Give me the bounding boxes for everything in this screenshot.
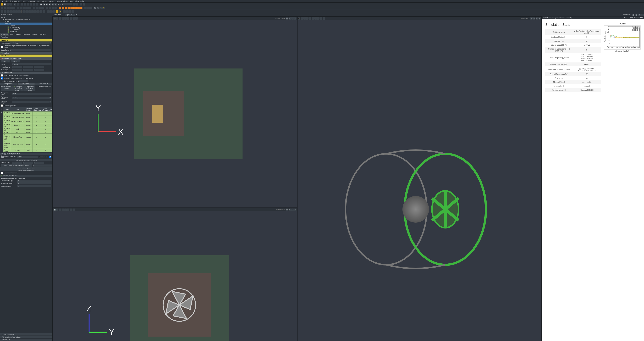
prop-tab[interactable]: MultiBlock Inspector <box>32 33 48 36</box>
toolbar-icon[interactable] <box>50 10 52 13</box>
vp-icon[interactable] <box>320 17 322 20</box>
vp-icon[interactable] <box>64 208 67 211</box>
menu-sources[interactable]: Sources <box>14 0 20 2</box>
toolbar-icon[interactable] <box>53 10 56 13</box>
connect-icon[interactable] <box>6 3 9 6</box>
toolbar-icon[interactable] <box>68 7 70 9</box>
toolbar-icon[interactable] <box>42 7 44 9</box>
vp-icon[interactable] <box>56 208 58 211</box>
menu-extractors[interactable]: Extractors <box>28 0 35 2</box>
toolbar-icon[interactable] <box>28 10 31 13</box>
blade-cap-input[interactable] <box>17 185 51 187</box>
toolbar-icon[interactable] <box>1 7 3 9</box>
toolbar-icon[interactable] <box>43 10 45 13</box>
axis-dir-y[interactable] <box>23 66 33 68</box>
toolbar-icon[interactable] <box>22 7 25 9</box>
toolbar-icon[interactable] <box>33 3 35 6</box>
toolbar-icon[interactable] <box>72 10 74 13</box>
toolbar-icon[interactable] <box>24 3 26 6</box>
cyl-bg-button[interactable]: Cylindrical background mesh <box>0 167 52 169</box>
toolbar-icon[interactable] <box>79 7 82 9</box>
use-gap-check[interactable] <box>1 172 3 174</box>
vp-icon[interactable]: 📷 <box>298 17 300 20</box>
toolbar-icon[interactable] <box>64 7 67 9</box>
toolbar-icon[interactable] <box>62 7 64 9</box>
vp-icon[interactable] <box>59 208 61 211</box>
toolbar-icon[interactable] <box>4 7 6 9</box>
tree-item[interactable]: CFD Mesh <box>0 31 52 33</box>
table-row[interactable]: ✎ blade-capbladeCaprotating3410 <box>4 123 52 127</box>
toolbar-icon[interactable] <box>12 7 15 9</box>
add-refine-section[interactable]: Add refinement regions <box>0 175 52 177</box>
vp-split-v-icon[interactable]: ▤ <box>635 14 638 16</box>
menu-filters[interactable]: Filters <box>22 0 26 2</box>
show-internal-radius[interactable] <box>33 164 52 167</box>
vp-icon[interactable] <box>317 17 320 20</box>
toolbar-icon[interactable] <box>69 10 72 13</box>
toolbar-icon[interactable] <box>18 10 20 13</box>
toolbar-icon[interactable] <box>76 7 79 9</box>
vp-close-icon[interactable]: × <box>538 17 541 20</box>
vp-icon[interactable] <box>309 17 311 20</box>
toolbar-icon[interactable] <box>12 10 15 13</box>
axis-origin-z[interactable] <box>34 69 44 71</box>
vp-icon[interactable] <box>64 17 67 20</box>
toolbar-icon[interactable] <box>83 3 85 6</box>
reimport-surface-button[interactable]: ↻ Reimport the surface geometry <box>12 86 24 91</box>
table-row[interactable]: ✎ blade-hubbladerotating1410 <box>4 127 52 131</box>
add-layout-icon[interactable]: + <box>76 14 77 16</box>
close-icon[interactable]: × <box>8 60 9 62</box>
vp-icon[interactable] <box>72 17 75 20</box>
table-row[interactable]: ✎ blade-TEbladeTrailingEdgerotating2410 <box>4 119 52 123</box>
axis-origin-x[interactable] <box>12 69 22 71</box>
tree-item[interactable]: Settings <box>0 25 52 27</box>
menu-file[interactable]: File <box>1 0 3 2</box>
comp-name-input[interactable] <box>12 93 51 95</box>
vp-icon[interactable] <box>72 208 75 211</box>
play-icon[interactable]: ▶ <box>46 3 48 6</box>
vp-icon[interactable]: 📷 <box>53 17 56 20</box>
table-row[interactable]: ✎ interface-rotor-outletoutletInterfacer… <box>4 141 52 148</box>
prop-tab[interactable]: Information <box>22 33 32 36</box>
vp-max-icon[interactable]: □ <box>536 17 538 20</box>
menu-view[interactable]: View <box>9 0 12 2</box>
axis-dir-z[interactable] <box>34 66 44 68</box>
comp-tab-1[interactable]: component 1 <box>0 83 18 85</box>
table-row[interactable]: ✎ interface-inlet-rotorinletInterfacerot… <box>4 134 52 141</box>
vp-icon[interactable] <box>67 17 70 20</box>
section-general[interactable]: GENERAL <box>0 39 52 42</box>
vp-icon[interactable] <box>75 17 78 20</box>
frame-tab-2[interactable]: frame 2× <box>11 60 20 63</box>
toolbar-icon[interactable] <box>22 10 25 13</box>
toolbar-icon[interactable] <box>72 3 75 6</box>
tree-item[interactable]: CFD Geometry <box>0 27 52 29</box>
show-internal-button[interactable]: Show internal point as sphere with radiu… <box>1 164 32 167</box>
open-icon[interactable] <box>1 3 3 6</box>
close-icon[interactable]: × <box>18 60 18 62</box>
toolbar-icon[interactable] <box>63 10 66 13</box>
meshing-engine-select[interactable] <box>12 101 51 103</box>
toolbar-icon[interactable] <box>47 10 50 13</box>
vp-close-icon[interactable]: × <box>641 14 644 16</box>
time-input[interactable] <box>62 3 72 5</box>
toolbar-icon[interactable] <box>26 7 28 9</box>
toolbar-icon[interactable] <box>6 7 9 9</box>
vp-close-icon[interactable]: × <box>294 17 296 20</box>
menu-macros[interactable]: Macros <box>49 0 54 2</box>
toolbar-icon[interactable] <box>37 10 40 13</box>
parallel-run-section[interactable]: Parallel run <box>0 338 52 341</box>
vp-icon[interactable] <box>303 17 306 20</box>
layout-tab-1[interactable]: Layout #1× <box>53 14 64 16</box>
menu-edit[interactable]: Edit <box>5 0 8 2</box>
tree-item[interactable]: TCAA1 <box>0 21 52 23</box>
bg-mesh-input[interactable] <box>17 156 38 158</box>
circle-icon[interactable]: ◯ <box>100 7 102 9</box>
section-scripting[interactable]: + Scripting <box>0 52 52 54</box>
viewport-other[interactable]: 📷 RenderView ▥▤□× <box>53 208 297 341</box>
ref-frame-select[interactable]: rotating <box>12 97 51 99</box>
vp-split-v-icon[interactable]: ▤ <box>288 17 291 20</box>
comp-tab-2[interactable]: component 2 <box>18 83 35 85</box>
vp-max-icon[interactable]: □ <box>291 17 294 20</box>
table-row[interactable]: ✎ shroudshroudstatic1110 <box>4 148 52 152</box>
vp-icon[interactable] <box>70 208 72 211</box>
